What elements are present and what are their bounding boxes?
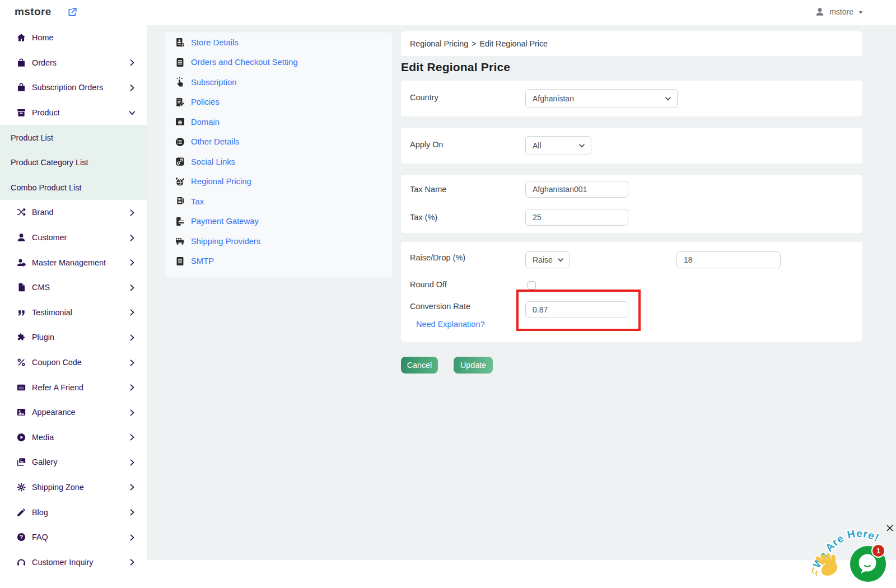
sidebar-item-orders[interactable]: Orders [0,50,147,76]
sidebar-item-home[interactable]: Home [0,25,147,50]
raise-drop-select[interactable]: Raise [525,251,570,268]
chat-unread-badge: 1 [871,544,885,558]
sidebar-item-brand[interactable]: Brand [0,200,147,225]
sidebar-item-label: FAQ [32,533,123,542]
sidebar-item-product-category-list[interactable]: Product Category List [0,150,147,175]
puzzle-icon [16,332,26,342]
sidebar-item-cms[interactable]: CMS [0,275,147,300]
tax-card: Tax Name Tax (%) [401,175,862,233]
sidebar-item-master-management[interactable]: Master Management [0,250,147,275]
sidebar-item-label: Refer A Friend [32,383,123,392]
tax-name-input[interactable] [525,181,628,198]
headset-icon [16,557,26,567]
need-explanation-link[interactable]: Need Explanation? [416,320,485,329]
user-name: mstore [829,7,853,16]
cancel-button[interactable]: Cancel [401,357,438,374]
sidebar-item-testimonial[interactable]: Testimonial [0,300,147,325]
chevron-right-icon [129,284,136,291]
raise-drop-label: Raise/Drop (%) [410,253,465,262]
globe-pins-icon [175,176,185,187]
card-icon [16,382,26,393]
sidebar-item-subscription-orders[interactable]: Subscription Orders [0,75,147,100]
apply-on-select-value: All [533,141,542,150]
country-select-value: Afghanistan [533,94,574,103]
sidebar-item-label: CMS [32,283,123,292]
country-select[interactable]: Afghanistan [525,89,678,108]
chevron-right-icon [129,483,136,491]
sidebar-item-product[interactable]: Product [0,100,147,125]
sidebar-nav: Home Orders Subscription Orders Product … [0,25,147,588]
sidebar-item-label: Media [32,433,123,442]
round-off-label: Round Off [410,280,447,289]
sidebar-item-label: Brand [32,208,123,217]
breadcrumb-parent[interactable]: Regional Pricing [410,39,468,48]
settings-item-shipping-providers[interactable]: Shipping Providers [165,231,392,251]
sidebar-item-plugin[interactable]: Plugin [0,325,147,350]
chevron-right-icon [129,259,136,266]
settings-item-other-details[interactable]: Other Details [165,132,392,152]
settings-item-label: Shipping Providers [191,237,260,246]
settings-item-label: Domain [191,118,220,127]
sidebar-item-label: Gallery [32,458,123,466]
tax-percent-input[interactable] [525,209,628,226]
truck-icon [175,236,185,246]
settings-item-subscription[interactable]: Subscription [165,72,392,92]
chevron-right-icon [129,359,136,366]
chevron-right-icon [129,84,136,91]
user-menu[interactable]: mstore [815,7,864,17]
sidebar-item-refer-a-friend[interactable]: Refer A Friend [0,375,147,400]
settings-item-orders-checkout[interactable]: Orders and Checkout Setting [165,53,392,73]
update-button[interactable]: Update [454,357,493,374]
percent-icon [16,357,26,367]
chevron-right-icon [129,234,136,241]
top-header: mstore mstore [0,0,896,25]
external-link-icon[interactable] [67,7,77,17]
conversion-rate-label: Conversion Rate [410,302,470,311]
settings-item-social-links[interactable]: Social Links [165,152,392,172]
image-icon [16,407,26,417]
sidebar-item-blog[interactable]: Blog [0,500,147,525]
sidebar-item-coupon-code[interactable]: Coupon Code [0,350,147,375]
product-submenu: Product List Product Category List Combo… [0,125,147,200]
sidebar-item-label: Testimonial [32,308,123,317]
settings-item-payment-gateway[interactable]: Payment Gateway [165,212,392,232]
round-off-checkbox[interactable] [528,281,536,290]
document-icon [175,57,185,68]
breadcrumb: Regional Pricing > Edit Regional Price [401,31,862,56]
chat-close-icon[interactable] [886,524,894,532]
sidebar-item-shipping-zone[interactable]: Shipping Zone [0,475,147,500]
settings-item-smtp[interactable]: SMTP [165,251,392,272]
settings-item-tax[interactable]: TAX Tax [165,192,392,212]
sidebar-item-appearance[interactable]: Appearance [0,400,147,425]
settings-item-label: Tax [191,197,204,206]
box-icon [16,108,26,118]
sidebar-item-faq[interactable]: ? FAQ [0,525,147,550]
settings-item-label: Payment Gateway [191,217,259,226]
breadcrumb-current: Edit Regional Price [479,39,548,48]
store-details-icon [175,37,185,48]
sidebar-item-gallery[interactable]: Gallery [0,450,147,475]
sidebar-item-label: Subscription Orders [32,83,123,92]
payment-icon [175,216,185,227]
settings-item-domain[interactable]: Domain [165,112,392,132]
chevron-right-icon [129,309,136,316]
sidebar-item-label: Orders [32,58,123,67]
sidebar-item-product-list[interactable]: Product List [0,125,147,150]
chevron-right-icon [129,558,136,566]
bag-icon [16,82,26,92]
sidebar-item-customer-inquiry[interactable]: Customer Inquiry [0,549,147,575]
sidebar-item-media[interactable]: Media [0,425,147,450]
conversion-rate-input[interactable] [525,301,628,318]
sidebar-item-label: Appearance [32,408,123,417]
file-icon [16,282,26,292]
shuffle-icon [16,207,26,217]
bag-icon [16,58,26,68]
sidebar-item-combo-product-list[interactable]: Combo Product List [0,175,147,200]
settings-item-store-details[interactable]: Store Details [165,32,392,53]
sidebar-item-customer[interactable]: Customer [0,225,147,250]
settings-item-policies[interactable]: Policies [165,92,392,113]
settings-item-regional-pricing[interactable]: Regional Pricing [165,172,392,192]
raise-drop-amount-input[interactable] [676,251,781,268]
submenu-item-label: Combo Product List [11,183,81,192]
apply-on-select[interactable]: All [525,136,591,155]
